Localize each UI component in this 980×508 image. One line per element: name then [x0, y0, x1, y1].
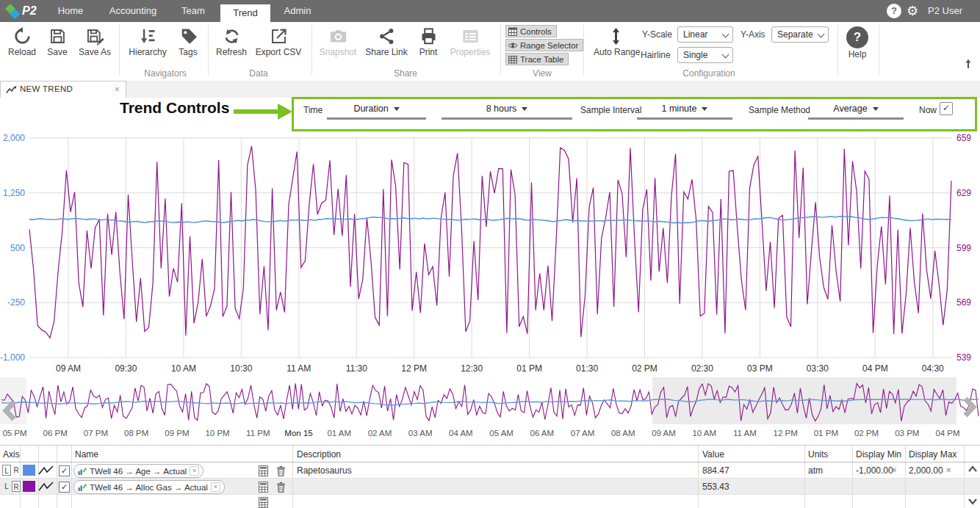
topbar-settings-gear-icon[interactable]: ⚙	[907, 2, 918, 20]
overview-tick-label: 05 AM	[489, 429, 514, 438]
print-button[interactable]: Print	[413, 25, 444, 66]
user-menu[interactable]: P2 User	[928, 0, 962, 22]
topbar-help-icon[interactable]: ?	[887, 4, 901, 18]
remove-tag-icon[interactable]: ×	[190, 466, 199, 476]
calculation-icon[interactable]	[259, 482, 268, 493]
x-tick-label: 11:30	[346, 363, 367, 374]
reload-button[interactable]: Reload	[6, 25, 38, 66]
hierarchy-icon	[138, 26, 158, 46]
y-left-tick-label: 1,250	[3, 188, 25, 198]
overview-tick-label: 01 PM	[814, 429, 838, 438]
sample-interval-dropdown[interactable]: 1 minute	[637, 104, 732, 114]
nav-trend-active[interactable]: Trend	[220, 4, 270, 22]
chevron-down-icon	[722, 31, 729, 38]
ribbon-divider	[208, 25, 209, 75]
value-cell: 553.43	[702, 482, 729, 492]
y-axis-select[interactable]: Separate	[771, 26, 829, 43]
p2-trend-application: P2 Home Accounting Team Trend Admin ? ⚙ …	[0, 0, 980, 508]
x-tick-label: 09 AM	[56, 363, 81, 374]
y-scale-select[interactable]: Linear	[677, 26, 733, 43]
ribbon-divider	[837, 25, 838, 75]
nav-accounting[interactable]: Accounting	[103, 0, 163, 22]
now-checkbox[interactable]: ✓	[940, 102, 953, 115]
overview-tick-label: 11 AM	[733, 429, 757, 438]
trend-chart-plot[interactable]: 2,0006591,250629500599-250569-1,00053909…	[0, 132, 980, 374]
tag-pill[interactable]: TWell 46 → Alloc Gas → Actual ×	[73, 480, 225, 494]
auto-range-button[interactable]: Auto Range	[594, 25, 638, 66]
save-button[interactable]: Save	[41, 25, 73, 66]
line-style-icon[interactable]	[38, 481, 54, 493]
display-max-cell[interactable]: 2,000.00	[909, 465, 943, 476]
x-tick-label: 10 AM	[171, 363, 196, 374]
axis-left-button[interactable]: L	[2, 465, 11, 476]
export-csv-button[interactable]: Export CSV	[254, 25, 303, 66]
axis-right-button[interactable]: R	[12, 465, 21, 476]
overview-tick-label: 09 PM	[165, 429, 189, 438]
table-scroll-up-icon[interactable]	[968, 465, 978, 473]
range-selector-strip[interactable]: 05 PM06 PM07 PM08 PM09 PM10 PM11 PMMon 1…	[0, 374, 980, 445]
table-scroll-down-icon[interactable]	[968, 497, 978, 506]
trace-color-swatch[interactable]	[23, 481, 35, 492]
share-link-button[interactable]: Share Link	[363, 25, 410, 66]
line-style-icon[interactable]	[38, 465, 54, 476]
dropdown-underline	[637, 117, 732, 120]
trace-visible-checkbox[interactable]: ✓	[59, 482, 70, 493]
overview-scroll-right-icon[interactable]	[961, 396, 977, 418]
save-as-button[interactable]: Save As	[75, 25, 115, 66]
series-line-alloc-gas	[29, 146, 951, 338]
refresh-button[interactable]: Refresh	[213, 25, 250, 66]
overview-scroll-left-icon[interactable]	[2, 400, 18, 422]
axis-left-button[interactable]: L	[2, 481, 11, 492]
hairline-label: Hairline	[641, 47, 671, 63]
y-axis-label: Y-Axis	[741, 26, 765, 43]
calculation-icon[interactable]	[259, 497, 268, 508]
collapse-ribbon-icon[interactable]	[962, 59, 974, 69]
x-tick-label: 12 PM	[401, 363, 427, 374]
hierarchy-button[interactable]: Hierarchy	[126, 25, 169, 66]
overview-tick-label: 07 AM	[571, 429, 595, 438]
tab-close-icon[interactable]: ×	[114, 84, 120, 95]
help-button[interactable]: ? Help	[840, 25, 874, 66]
sample-method-dropdown[interactable]: Average	[808, 104, 904, 114]
clear-display-max-icon[interactable]: ×	[946, 465, 951, 474]
display-min-cell[interactable]: -1,000.00	[856, 465, 893, 476]
duration-dropdown[interactable]: 8 hours	[442, 104, 572, 114]
sample-interval-label: Sample Interval	[580, 105, 641, 115]
nav-team[interactable]: Team	[175, 0, 212, 22]
chevron-down-icon	[818, 31, 825, 38]
ribbon-divider	[583, 25, 584, 75]
calculation-icon[interactable]	[259, 465, 268, 476]
tab-new-trend[interactable]: NEW TREND ×	[0, 81, 126, 98]
remove-tag-icon[interactable]: ×	[211, 482, 220, 492]
overview-tick-label: 04 AM	[449, 429, 473, 438]
export-icon	[269, 26, 289, 46]
trace-color-swatch[interactable]	[23, 465, 35, 476]
group-label-share: Share	[317, 68, 494, 79]
delete-trace-icon[interactable]	[276, 465, 286, 476]
tag-icon	[179, 26, 198, 46]
chevron-down-icon	[722, 51, 729, 59]
toggle-controls[interactable]: Controls	[505, 25, 557, 37]
nav-admin[interactable]: Admin	[276, 0, 319, 22]
col-header-units: Units	[808, 449, 828, 460]
hairline-select[interactable]: Single	[677, 47, 733, 63]
overview-tick-label: 08 AM	[611, 429, 635, 438]
p2-logo: P2	[4, 1, 41, 21]
x-tick-label: 02:30	[691, 363, 713, 374]
time-type-dropdown[interactable]: Duration	[327, 104, 426, 114]
nav-home[interactable]: Home	[48, 0, 93, 22]
tag-pill[interactable]: TWell 46 → Age → Actual ×	[73, 464, 203, 478]
axis-right-button[interactable]: R	[12, 481, 21, 492]
overview-tick-label: 12 PM	[774, 429, 798, 438]
y-right-tick-label: 569	[956, 297, 971, 308]
tags-button[interactable]: Tags	[172, 25, 204, 66]
toggle-trace-table[interactable]: Trace Table	[505, 53, 569, 65]
delete-trace-icon[interactable]	[276, 482, 286, 493]
clear-display-min-icon[interactable]: ×	[892, 465, 896, 474]
x-tick-label: 03:30	[807, 363, 829, 374]
share-icon	[377, 26, 397, 46]
x-tick-label: 11 AM	[287, 363, 311, 374]
trace-visible-checkbox[interactable]: ✓	[59, 465, 70, 476]
toggle-range-selector[interactable]: Range Selector	[505, 39, 583, 51]
dropdown-underline	[327, 117, 426, 120]
